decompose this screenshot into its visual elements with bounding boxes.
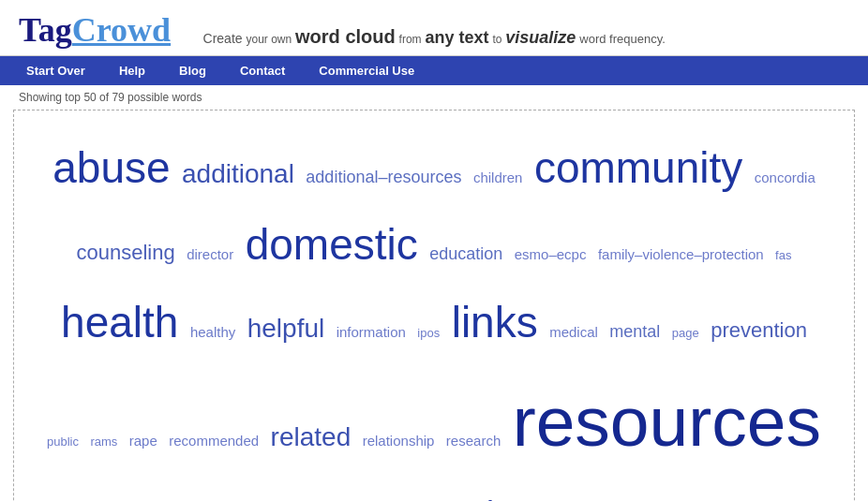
nav-item-start-over[interactable]: Start Over xyxy=(9,56,102,85)
word-safety[interactable]: safety xyxy=(162,494,232,501)
nav-link-help[interactable]: Help xyxy=(102,56,162,85)
word-resources[interactable]: resources xyxy=(513,362,821,482)
nav-item-contact[interactable]: Contact xyxy=(223,56,302,85)
word-related[interactable]: related xyxy=(271,415,352,460)
nav-link-commercial[interactable]: Commercial Use xyxy=(302,56,431,85)
word-concordia[interactable]: concordia xyxy=(755,166,816,190)
word-children[interactable]: children xyxy=(473,166,523,190)
word-community[interactable]: community xyxy=(534,131,742,204)
status-text: Showing top 50 of 79 possible words xyxy=(19,91,202,104)
nav-link-blog[interactable]: Blog xyxy=(162,56,223,85)
word-healthy[interactable]: healthy xyxy=(190,320,235,345)
word-family-violence-protection[interactable]: family–violence–protection xyxy=(598,243,764,267)
nav-list: Start Over Help Blog Contact Commercial … xyxy=(0,56,868,85)
word-prevention[interactable]: prevention xyxy=(711,313,807,347)
nav-item-help[interactable]: Help xyxy=(102,56,162,85)
word-research[interactable]: research xyxy=(446,429,501,453)
word-mental[interactable]: mental xyxy=(609,317,660,346)
word-medical[interactable]: medical xyxy=(549,320,598,345)
tagline: Create your own word cloud from any text… xyxy=(203,26,666,48)
status-bar: Showing top 50 of 79 possible words xyxy=(0,85,868,110)
word-ipos[interactable]: ipos xyxy=(417,323,440,344)
word-education[interactable]: education xyxy=(429,240,502,269)
nav-item-blog[interactable]: Blog xyxy=(162,56,223,85)
word-links[interactable]: links xyxy=(452,286,538,359)
word-fas[interactable]: fas xyxy=(775,245,791,266)
word-recommended[interactable]: recommended xyxy=(169,429,259,453)
word-substance[interactable]: substance xyxy=(644,494,764,501)
nav-link-contact[interactable]: Contact xyxy=(223,56,302,85)
word-additional[interactable]: additional xyxy=(182,152,294,197)
logo-crowd-text: Crowd xyxy=(72,11,171,49)
word-rams[interactable]: rams xyxy=(90,432,117,452)
word-page[interactable]: page xyxy=(672,323,699,344)
word-esmo-ecpc[interactable]: esmo–ecpc xyxy=(515,243,587,267)
word-relationship[interactable]: relationship xyxy=(363,429,435,453)
word-cloud: abuse additional additional–resources ch… xyxy=(42,129,826,501)
word-additional-resources[interactable]: additional–resources xyxy=(306,163,461,192)
word-domestic[interactable]: domestic xyxy=(246,208,418,281)
nav-item-commercial[interactable]: Commercial Use xyxy=(302,56,431,85)
word-sexual[interactable]: sexual xyxy=(397,485,494,501)
word-cloud-container: abuse additional additional–resources ch… xyxy=(13,110,855,501)
logo[interactable]: TagCrowd xyxy=(19,13,171,47)
navbar: Start Over Help Blog Contact Commercial … xyxy=(0,56,868,85)
word-student[interactable]: student xyxy=(546,494,633,501)
header: TagCrowd Create your own word cloud from… xyxy=(0,0,868,56)
word-counseling[interactable]: counseling xyxy=(77,235,175,270)
word-rape[interactable]: rape xyxy=(129,429,157,453)
nav-link-start-over[interactable]: Start Over xyxy=(9,56,102,85)
word-helpful[interactable]: helpful xyxy=(247,306,325,351)
logo-tag-text: Tag xyxy=(19,11,72,49)
word-abuse[interactable]: abuse xyxy=(52,131,170,204)
word-director[interactable]: director xyxy=(187,243,233,267)
word-public[interactable]: public xyxy=(47,432,79,452)
word-health[interactable]: health xyxy=(61,286,178,359)
word-information[interactable]: information xyxy=(337,320,406,345)
